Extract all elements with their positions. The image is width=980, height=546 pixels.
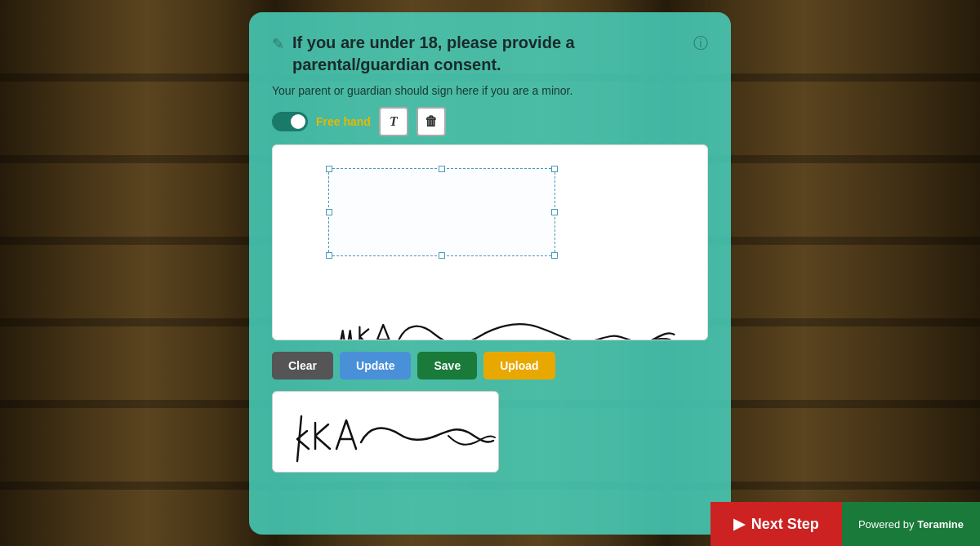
handle-top-right[interactable]: [551, 166, 558, 172]
upload-button[interactable]: Upload: [483, 352, 555, 380]
handle-top-mid[interactable]: [439, 166, 445, 172]
brand-name: Teramine: [917, 518, 964, 530]
handle-bottom-mid[interactable]: [439, 252, 445, 259]
toggle-knob: [291, 114, 305, 129]
text-tool-button[interactable]: T: [379, 107, 408, 136]
toolbar-row: Free hand T 🗑: [272, 107, 708, 136]
handle-bottom-left[interactable]: [326, 252, 332, 259]
powered-by-prefix: Powered by: [858, 518, 915, 530]
signature-preview: [272, 391, 499, 473]
delete-tool-button[interactable]: 🗑: [416, 107, 446, 136]
update-button[interactable]: Update: [340, 352, 411, 380]
freehand-label: Free hand: [316, 115, 371, 128]
next-step-arrow-icon: ▶: [733, 515, 745, 533]
handle-mid-right[interactable]: [551, 209, 558, 215]
signature-canvas[interactable]: [272, 144, 708, 340]
handle-bottom-right[interactable]: [551, 252, 558, 259]
next-step-bar: ▶ Next Step Powered by Teramine: [710, 502, 980, 546]
freehand-toggle[interactable]: [272, 112, 308, 131]
powered-by: Powered by Teramine: [842, 502, 980, 546]
clear-button[interactable]: Clear: [272, 352, 333, 380]
modal-subtitle: Your parent or guardian should sign here…: [272, 84, 708, 97]
consent-modal: ✎ If you are under 18, please provide a …: [249, 12, 731, 535]
info-icon[interactable]: ⓘ: [693, 33, 708, 53]
preview-drawing: [273, 392, 499, 473]
next-step-button[interactable]: ▶ Next Step: [710, 502, 842, 546]
handle-top-left[interactable]: [326, 166, 332, 172]
modal-title: If you are under 18, please provide a pa…: [292, 32, 685, 76]
trash-icon: 🗑: [425, 114, 438, 129]
signature-selection-box: [328, 168, 555, 256]
pen-icon: ✎: [272, 35, 284, 53]
modal-header: ✎ If you are under 18, please provide a …: [272, 32, 708, 76]
action-buttons: Clear Update Save Upload: [272, 352, 708, 380]
save-button[interactable]: Save: [417, 352, 477, 380]
handle-mid-left[interactable]: [326, 209, 332, 215]
next-step-label: Next Step: [751, 516, 819, 533]
